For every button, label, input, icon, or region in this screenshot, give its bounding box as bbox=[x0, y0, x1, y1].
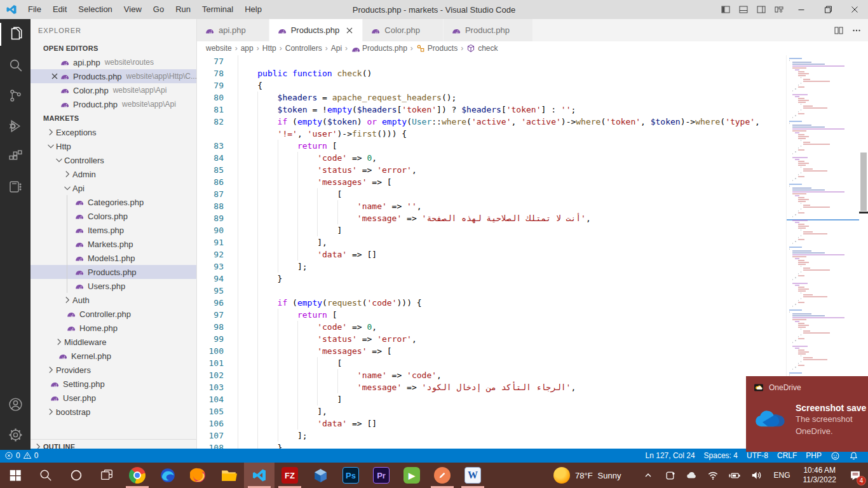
open-editor-item[interactable]: api.phpwebsite\routes bbox=[31, 55, 196, 69]
tree-folder-providers[interactable]: Providers bbox=[31, 363, 196, 377]
breadcrumb-item[interactable]: website bbox=[206, 44, 232, 53]
taskbar-vscode[interactable] bbox=[244, 463, 275, 488]
open-editor-item[interactable]: Products.phpwebsite\app\Http\C... bbox=[31, 69, 196, 83]
extensions-icon[interactable] bbox=[0, 141, 31, 172]
tree-folder-http[interactable]: Http bbox=[31, 139, 196, 153]
taskbar-start[interactable] bbox=[0, 463, 31, 488]
taskbar-photoshop[interactable]: Ps bbox=[336, 463, 366, 488]
split-editor-icon[interactable] bbox=[834, 25, 844, 36]
notebook-icon[interactable] bbox=[0, 172, 31, 202]
menu-run[interactable]: Run bbox=[170, 4, 196, 14]
tab-color.php[interactable]: Color.php bbox=[363, 19, 444, 41]
menu-file[interactable]: File bbox=[22, 4, 47, 14]
tree-file-categories-php[interactable]: Categories.php bbox=[31, 195, 196, 209]
breadcrumb-item[interactable]: Products bbox=[416, 44, 458, 53]
tray-wifi-icon[interactable] bbox=[702, 463, 724, 488]
taskbar-word[interactable]: W bbox=[458, 463, 488, 488]
menu-terminal[interactable]: Terminal bbox=[196, 4, 239, 14]
more-actions-icon[interactable] bbox=[851, 25, 862, 36]
tree-folder-controllers[interactable]: Controllers bbox=[31, 153, 196, 167]
tab-products.php[interactable]: Products.php bbox=[269, 19, 363, 41]
taskbar-task-view[interactable] bbox=[92, 463, 122, 488]
settings-icon[interactable] bbox=[0, 419, 31, 450]
weather-widget[interactable]: 78°F Sunny bbox=[553, 467, 637, 484]
toggle-secondary-sidebar-icon[interactable] bbox=[752, 0, 770, 19]
open-editor-item[interactable]: Color.phpwebsite\app\Api bbox=[31, 83, 196, 97]
problems-indicator[interactable]: 0 0 bbox=[0, 449, 43, 463]
tree-file-products-php[interactable]: Products.php bbox=[31, 265, 196, 279]
tray-speaker-icon[interactable] bbox=[745, 463, 767, 488]
breadcrumb-item[interactable]: Http bbox=[262, 44, 276, 53]
toggle-sidebar-icon[interactable] bbox=[717, 0, 735, 19]
taskbar-firefox[interactable] bbox=[183, 463, 214, 488]
tree-folder-middleware[interactable]: Middleware bbox=[31, 335, 196, 349]
open-editor-item[interactable]: Product.phpwebsite\app\Api bbox=[31, 97, 196, 111]
taskbar-camtasia[interactable]: ▶ bbox=[397, 463, 427, 488]
tree-folder-admin[interactable]: Admin bbox=[31, 167, 196, 181]
breadcrumb-item[interactable]: check bbox=[466, 44, 498, 53]
action-center-button[interactable]: 4 bbox=[843, 463, 868, 488]
account-icon[interactable] bbox=[0, 389, 31, 419]
close-icon[interactable] bbox=[50, 85, 60, 95]
tray-cloud-icon[interactable] bbox=[681, 463, 702, 488]
open-editors-header[interactable]: OPEN EDITORS bbox=[31, 41, 196, 55]
taskbar-clock[interactable]: 10:46 AM 11/3/2022 bbox=[797, 466, 843, 485]
close-icon[interactable] bbox=[50, 71, 60, 81]
menu-help[interactable]: Help bbox=[239, 4, 268, 14]
menu-view[interactable]: View bbox=[118, 4, 147, 14]
breadcrumb-item[interactable]: app bbox=[241, 44, 254, 53]
taskbar-premiere[interactable]: Pr bbox=[366, 463, 397, 488]
tree-file-controller-php[interactable]: Controller.php bbox=[31, 307, 196, 321]
tree-file-kernel-php[interactable]: Kernel.php bbox=[31, 349, 196, 363]
run-debug-icon[interactable] bbox=[0, 111, 31, 141]
breadcrumb[interactable]: website›app›Http›Controllers›Api›Product… bbox=[197, 41, 868, 55]
toggle-panel-icon[interactable] bbox=[735, 0, 752, 19]
status-ln[interactable]: Ln 127, Col 24 bbox=[641, 449, 700, 463]
source-control-icon[interactable] bbox=[0, 80, 31, 111]
customize-layout-icon[interactable] bbox=[770, 0, 788, 19]
close-tab-icon[interactable] bbox=[344, 25, 355, 36]
minimize-button[interactable] bbox=[788, 0, 815, 19]
taskbar-file-explorer[interactable] bbox=[214, 463, 244, 488]
taskbar-edge[interactable] bbox=[153, 463, 183, 488]
taskbar-filezilla[interactable]: FZ bbox=[275, 463, 305, 488]
close-icon[interactable] bbox=[50, 99, 60, 109]
tray-chevron-up-icon[interactable] bbox=[637, 463, 659, 488]
tray-battery-icon[interactable] bbox=[724, 463, 745, 488]
tree-file-markets-php[interactable]: Markets.php bbox=[31, 237, 196, 251]
language-indicator[interactable]: ENG bbox=[767, 471, 796, 480]
taskbar-cortana[interactable] bbox=[61, 463, 92, 488]
breadcrumb-item[interactable]: Products.php bbox=[351, 44, 407, 53]
tree-file-user-php[interactable]: User.php bbox=[31, 391, 196, 405]
tree-file-models1-php[interactable]: Models1.php bbox=[31, 251, 196, 265]
taskbar-virtualbox[interactable] bbox=[305, 463, 336, 488]
close-icon[interactable] bbox=[50, 57, 60, 67]
explorer-icon[interactable] bbox=[0, 19, 31, 50]
tree-folder-exceptions[interactable]: Exceptions bbox=[31, 125, 196, 139]
tree-file-colors-php[interactable]: Colors.php bbox=[31, 209, 196, 223]
close-window-button[interactable] bbox=[841, 0, 868, 19]
taskbar-search[interactable] bbox=[31, 463, 61, 488]
breadcrumb-item[interactable]: Api bbox=[331, 44, 342, 53]
tree-file-items-php[interactable]: Items.php bbox=[31, 223, 196, 237]
tree-folder-api[interactable]: Api bbox=[31, 181, 196, 195]
workspace-header[interactable]: MARKETS bbox=[31, 111, 196, 125]
tree-folder-auth[interactable]: Auth bbox=[31, 293, 196, 307]
tree-folder-bootstrap[interactable]: bootstrap bbox=[31, 405, 196, 419]
tree-file-home-php[interactable]: Home.php bbox=[31, 321, 196, 335]
status-spaces[interactable]: Spaces: 4 bbox=[700, 449, 742, 463]
onedrive-notification[interactable]: OneDrive Screenshot save The screenshot … bbox=[746, 376, 868, 452]
tab-api.php[interactable]: api.php bbox=[197, 19, 269, 41]
scrollbar-thumb[interactable] bbox=[860, 152, 867, 211]
tray-snip-icon[interactable] bbox=[659, 463, 681, 488]
maximize-button[interactable] bbox=[815, 0, 841, 19]
tree-file-users-php[interactable]: Users.php bbox=[31, 279, 196, 293]
taskbar-chrome[interactable] bbox=[122, 463, 153, 488]
taskbar-pen[interactable] bbox=[427, 463, 458, 488]
breadcrumb-item[interactable]: Controllers bbox=[285, 44, 322, 53]
menu-edit[interactable]: Edit bbox=[47, 4, 72, 14]
search-icon[interactable] bbox=[0, 50, 31, 80]
menu-go[interactable]: Go bbox=[147, 4, 170, 14]
tab-product.php[interactable]: Product.php bbox=[444, 19, 533, 41]
menu-selection[interactable]: Selection bbox=[72, 4, 118, 14]
